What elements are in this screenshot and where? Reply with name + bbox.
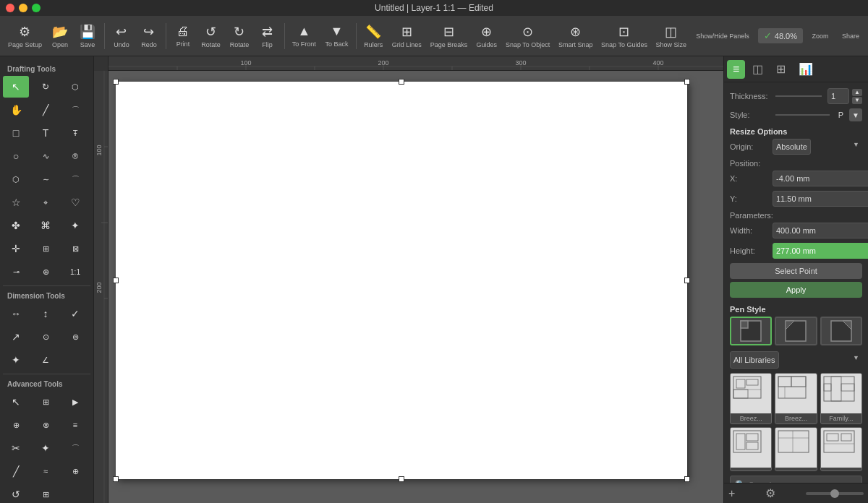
toolbar-snap-to-object[interactable]: ⊙ Snap To Object bbox=[502, 21, 553, 51]
pen-style-3[interactable] bbox=[820, 317, 862, 345]
toolbar-rulers[interactable]: 📏 Rulers bbox=[360, 21, 387, 51]
tool-zigzag[interactable]: ⌒ bbox=[62, 168, 88, 190]
toolbar-open[interactable]: 📂 Open bbox=[47, 21, 73, 51]
thickness-up[interactable]: ▲ bbox=[852, 89, 862, 96]
tool-align[interactable]: ⊞ bbox=[33, 238, 59, 259]
tool-dim-ref[interactable]: ✦ bbox=[3, 349, 29, 371]
tool-dim-v[interactable]: ↕ bbox=[33, 303, 59, 324]
toolbar-snap-to-guides[interactable]: ⊡ Snap To Guides bbox=[597, 21, 650, 51]
toolbar-to-back[interactable]: ▼ To Back bbox=[321, 21, 352, 51]
tool-star[interactable]: ☆ bbox=[3, 192, 29, 213]
tool-text[interactable]: T bbox=[33, 122, 59, 144]
toolbar-zoom[interactable]: Zoom bbox=[807, 30, 833, 43]
lib-thumb-1[interactable]: Breez... bbox=[730, 373, 772, 424]
height-input[interactable] bbox=[773, 243, 868, 259]
toolbar-show-size[interactable]: ◫ Show Size bbox=[652, 21, 691, 51]
apply-button[interactable]: Apply bbox=[730, 282, 862, 298]
lib-thumb-4[interactable] bbox=[730, 427, 772, 471]
tool-adv-video[interactable]: ▶ bbox=[62, 391, 88, 413]
lib-thumb-2[interactable]: Breez... bbox=[775, 373, 817, 424]
tool-line[interactable]: ╱ bbox=[33, 99, 59, 121]
tool-rect[interactable]: □ bbox=[3, 122, 29, 144]
handle-tl[interactable] bbox=[113, 79, 119, 85]
tool-adv-slice[interactable]: ╱ bbox=[3, 460, 29, 482]
toolbar-undo[interactable]: ↩ Undo bbox=[109, 21, 135, 51]
style-btn[interactable]: ▼ bbox=[849, 108, 862, 121]
tool-adv-split[interactable]: ⊗ bbox=[33, 414, 59, 436]
width-input[interactable] bbox=[773, 223, 868, 238]
tool-freeform[interactable]: ∿ bbox=[33, 145, 59, 167]
tab-chart[interactable]: 📊 bbox=[793, 59, 819, 79]
tool-adv-curve[interactable]: ⌒ bbox=[62, 437, 88, 459]
handle-ml[interactable] bbox=[113, 278, 119, 283]
tool-eyedrop[interactable]: ⊸ bbox=[3, 261, 29, 283]
toolbar-grid-lines[interactable]: ⊞ Grid Lines bbox=[388, 21, 425, 51]
zoom-slider[interactable] bbox=[806, 492, 864, 495]
toolbar-flip[interactable]: ⇄ Flip bbox=[255, 21, 281, 51]
toolbar-rotate-left[interactable]: ↺ Rotate bbox=[197, 21, 224, 51]
tool-zoom[interactable]: ⊕ bbox=[33, 261, 59, 283]
close-button[interactable] bbox=[6, 4, 14, 12]
tool-wave[interactable]: ∼ bbox=[33, 168, 59, 190]
maximize-button[interactable] bbox=[32, 4, 41, 12]
tool-crosshair[interactable]: ✛ bbox=[3, 238, 29, 259]
toolbar-to-front[interactable]: ▲ To Front bbox=[289, 21, 320, 51]
tool-dim-h[interactable]: ↔ bbox=[3, 303, 29, 324]
handle-mr[interactable] bbox=[684, 278, 690, 283]
tool-register[interactable]: ® bbox=[62, 145, 88, 167]
tool-starburst[interactable]: ✦ bbox=[62, 215, 88, 236]
tool-select[interactable]: ↖ bbox=[3, 76, 29, 98]
toolbar-page-setup[interactable]: ⚙ Page Setup bbox=[4, 21, 46, 51]
toolbar-redo[interactable]: ↪ Redo bbox=[136, 21, 162, 51]
tab-properties[interactable]: ≡ bbox=[727, 60, 745, 79]
tool-dim-clock[interactable]: ⊚ bbox=[62, 326, 88, 348]
lib-thumb-3[interactable]: Family... bbox=[820, 373, 862, 424]
tool-adv-stagger[interactable]: ≈ bbox=[33, 460, 59, 482]
toolbar-page-breaks[interactable]: ⊟ Page Breaks bbox=[427, 21, 471, 51]
x-input[interactable] bbox=[773, 171, 868, 186]
handle-bm[interactable] bbox=[399, 476, 404, 482]
tool-polygon[interactable]: ⬡ bbox=[3, 168, 29, 190]
tool-adv-link[interactable]: ⊕ bbox=[62, 460, 88, 482]
lib-thumb-5[interactable] bbox=[775, 427, 817, 471]
tool-text-path[interactable]: Ŧ bbox=[62, 122, 88, 144]
pen-style-2[interactable] bbox=[775, 317, 817, 345]
tool-crop[interactable]: ⊠ bbox=[62, 238, 88, 259]
tool-heart[interactable]: ♡ bbox=[62, 192, 88, 213]
toolbar-print[interactable]: 🖨 Print bbox=[170, 21, 196, 51]
add-library-button[interactable]: + bbox=[728, 487, 735, 500]
tab-layers[interactable]: ◫ bbox=[746, 59, 769, 79]
tool-curve[interactable]: ⌒ bbox=[62, 99, 88, 121]
toolbar-save[interactable]: 💾 Save bbox=[75, 21, 101, 51]
toolbar-share[interactable]: Share bbox=[838, 30, 864, 43]
tool-circle[interactable]: ○ bbox=[3, 145, 29, 167]
tool-rotate[interactable]: ↻ bbox=[33, 76, 59, 98]
tool-adv-align[interactable]: ≡ bbox=[62, 414, 88, 436]
tool-spiral[interactable]: ⌖ bbox=[33, 192, 59, 213]
toolbar-guides[interactable]: ⊕ Guides bbox=[472, 21, 501, 51]
tool-poly-select[interactable]: ⬡ bbox=[62, 76, 88, 98]
libraries-select[interactable]: All Libraries bbox=[730, 351, 779, 369]
tool-dim-angle[interactable]: ∠ bbox=[33, 349, 59, 371]
select-point-button[interactable]: Select Point bbox=[730, 263, 862, 279]
lib-thumb-6[interactable] bbox=[820, 427, 862, 471]
tool-scale[interactable]: 1:1 bbox=[62, 261, 88, 283]
tool-adv-cut[interactable]: ✂ bbox=[3, 437, 29, 459]
toolbar-rotate-right[interactable]: ↻ Rotate bbox=[226, 21, 252, 51]
tool-bezier[interactable]: ✤ bbox=[3, 215, 29, 236]
handle-tr[interactable] bbox=[684, 79, 690, 85]
tool-adv-select[interactable]: ↖ bbox=[3, 391, 29, 413]
tool-adv-join[interactable]: ⊕ bbox=[3, 414, 29, 436]
tool-adv-explode[interactable]: ✦ bbox=[33, 437, 59, 459]
tool-adv-loop[interactable]: ↺ bbox=[3, 483, 29, 503]
pen-style-1[interactable] bbox=[730, 317, 772, 345]
zoom-display[interactable]: ✓ 48.0% bbox=[758, 28, 803, 43]
settings-button[interactable]: ⚙ bbox=[765, 486, 775, 500]
toolbar-show-hide-panels[interactable]: Show/Hide Panels bbox=[692, 30, 754, 43]
toolbar-smart-snap[interactable]: ⊛ Smart Snap bbox=[555, 21, 596, 51]
thickness-input[interactable] bbox=[827, 88, 849, 104]
tool-dim-check[interactable]: ✓ bbox=[62, 303, 88, 324]
origin-select[interactable]: Absolute Relative bbox=[773, 139, 811, 155]
y-input[interactable] bbox=[773, 191, 868, 207]
tool-dim-arrow[interactable]: ↗ bbox=[3, 326, 29, 348]
